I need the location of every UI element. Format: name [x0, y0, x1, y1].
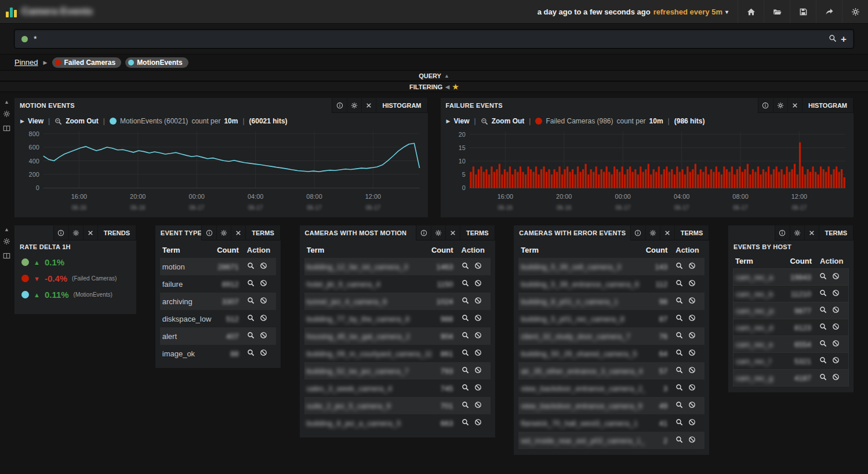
home-button[interactable] [738, 0, 764, 23]
query-color-dot[interactable] [21, 36, 28, 42]
search-icon[interactable] [462, 418, 469, 428]
close-icon[interactable] [445, 225, 460, 240]
gear-icon[interactable] [216, 225, 231, 240]
ban-icon[interactable] [688, 262, 696, 271]
gear-icon[interactable] [645, 225, 660, 240]
gear-icon[interactable] [773, 98, 787, 112]
search-icon[interactable] [675, 279, 683, 289]
ban-icon[interactable] [832, 323, 840, 332]
ban-icon[interactable] [474, 279, 482, 289]
ban-icon[interactable] [688, 401, 696, 410]
zoom-out-link[interactable]: Zoom Out [66, 117, 99, 125]
search-icon[interactable] [675, 384, 683, 393]
row-settings-icon[interactable] [3, 238, 10, 247]
ban-icon[interactable] [832, 306, 840, 315]
pinned-filter-badge[interactable]: MotionEvents [125, 57, 188, 68]
search-icon[interactable] [819, 356, 827, 366]
add-query-icon[interactable]: + [841, 34, 847, 44]
ban-icon[interactable] [260, 331, 267, 341]
close-icon[interactable] [804, 225, 819, 240]
search-icon[interactable] [247, 262, 255, 271]
ban-icon[interactable] [474, 331, 482, 341]
view-link[interactable]: View [28, 117, 43, 125]
ban-icon[interactable] [474, 297, 482, 306]
ban-icon[interactable] [688, 349, 696, 358]
search-icon[interactable] [819, 340, 827, 349]
close-icon[interactable] [231, 225, 245, 240]
search-icon[interactable] [462, 349, 469, 358]
close-icon[interactable] [83, 225, 97, 240]
search-icon[interactable] [462, 297, 469, 306]
search-icon[interactable] [675, 262, 683, 271]
search-icon[interactable] [675, 401, 683, 410]
ban-icon[interactable] [474, 349, 482, 358]
failure-events-chart[interactable]: 0510152016:0006-1620:0006-1600:0006-1704… [441, 126, 854, 217]
ban-icon[interactable] [474, 384, 482, 393]
search-icon[interactable] [462, 401, 469, 410]
search-icon[interactable] [819, 306, 827, 315]
load-dashboard-button[interactable] [764, 0, 790, 23]
ban-icon[interactable] [688, 314, 696, 323]
search-icon[interactable] [675, 436, 683, 445]
add-panel-icon[interactable] [3, 125, 10, 134]
row-settings-icon[interactable] [3, 110, 10, 119]
ban-icon[interactable] [688, 297, 696, 306]
search-icon[interactable] [819, 323, 827, 332]
zoom-out-icon[interactable] [481, 118, 488, 125]
gear-icon[interactable] [790, 225, 804, 240]
time-picker[interactable]: a day ago to a few seconds ago refreshed… [537, 8, 728, 16]
search-icon[interactable] [462, 262, 469, 271]
interval-label[interactable]: 10m [224, 117, 238, 125]
ban-icon[interactable] [474, 418, 482, 428]
ban-icon[interactable] [688, 384, 696, 393]
search-icon[interactable] [462, 366, 469, 375]
search-icon[interactable] [462, 279, 469, 289]
gear-icon[interactable] [431, 225, 445, 240]
ban-icon[interactable] [474, 314, 482, 323]
search-icon[interactable] [675, 297, 683, 306]
interval-label[interactable]: 10m [649, 117, 663, 125]
ban-icon[interactable] [688, 436, 696, 445]
gear-icon[interactable] [68, 225, 83, 240]
series-label[interactable]: MotionEvents (60021) [120, 117, 188, 125]
motion-events-chart[interactable]: 020040060080016:0006-1620:0006-1600:0006… [14, 126, 428, 217]
ban-icon[interactable] [832, 340, 840, 349]
ban-icon[interactable] [260, 297, 267, 306]
legend-caret-icon[interactable]: ▶ [446, 118, 451, 124]
info-icon[interactable] [758, 98, 773, 112]
collapse-row-icon[interactable]: ▲ [4, 227, 9, 232]
add-panel-icon[interactable] [3, 252, 10, 261]
search-icon[interactable] [675, 314, 683, 323]
ban-icon[interactable] [260, 349, 267, 358]
series-dot[interactable] [110, 118, 117, 125]
search-icon[interactable] [247, 331, 255, 341]
ban-icon[interactable] [474, 366, 482, 375]
ban-icon[interactable] [474, 262, 482, 271]
save-dashboard-button[interactable] [790, 0, 816, 23]
search-icon[interactable] [675, 331, 683, 341]
dashboard-settings-button[interactable] [842, 0, 868, 23]
ban-icon[interactable] [688, 418, 696, 428]
search-icon[interactable] [247, 314, 255, 323]
pinned-filter-badge[interactable]: Failed Cameras [52, 57, 121, 68]
ban-icon[interactable] [832, 272, 840, 282]
ban-icon[interactable] [260, 262, 267, 271]
search-icon[interactable] [462, 384, 469, 393]
search-icon[interactable] [675, 349, 683, 358]
view-link[interactable]: View [453, 117, 469, 125]
query-section-toggle[interactable]: QUERY ▲ [0, 70, 868, 81]
ban-icon[interactable] [832, 373, 840, 382]
search-icon[interactable] [819, 289, 827, 298]
zoom-out-icon[interactable] [55, 118, 62, 125]
ban-icon[interactable] [688, 279, 696, 289]
legend-caret-icon[interactable]: ▶ [20, 118, 24, 124]
ban-icon[interactable] [474, 401, 482, 410]
search-icon[interactable] [675, 418, 683, 428]
filtering-section-toggle[interactable]: FILTERING ◀ ★ [0, 81, 868, 92]
close-icon[interactable] [660, 225, 674, 240]
search-icon[interactable] [675, 366, 683, 375]
dashboard-title[interactable]: Camera Events [21, 6, 93, 17]
search-icon[interactable] [829, 34, 837, 44]
ban-icon[interactable] [832, 356, 840, 366]
info-icon[interactable] [202, 225, 216, 240]
